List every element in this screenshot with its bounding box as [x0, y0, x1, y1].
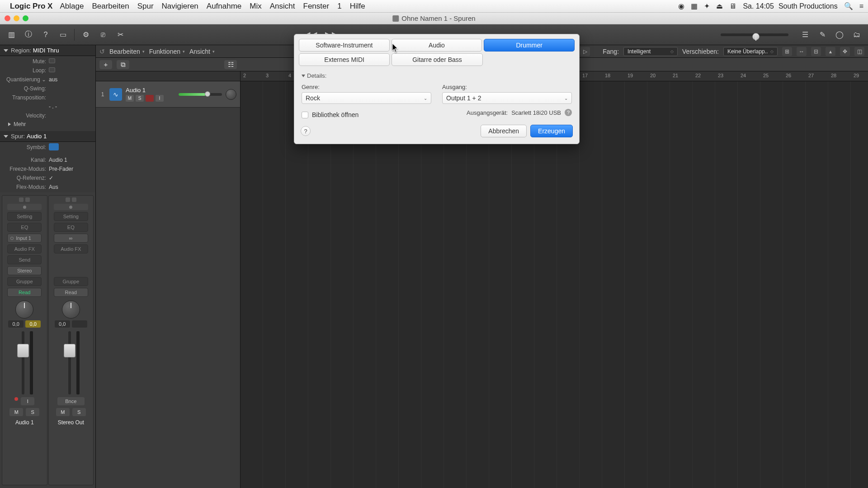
spotlight-icon[interactable]: 🔍 [844, 2, 853, 10]
pan-knob[interactable] [62, 300, 80, 319]
chstrip-state[interactable] [7, 204, 42, 210]
mute-toggle[interactable] [49, 58, 55, 63]
tool-marquee[interactable]: ✥ [840, 47, 850, 56]
menu-navigieren[interactable]: Navigieren [162, 2, 198, 11]
output-format[interactable]: Stereo [7, 266, 42, 275]
menu-mix[interactable]: Mix [250, 2, 261, 11]
track-header-row[interactable]: 1 ∿ Audio 1 M S I [96, 81, 240, 108]
track-mute[interactable]: M [126, 95, 134, 102]
track-input-monitor[interactable]: I [156, 95, 164, 102]
tracks-edit-menu[interactable]: Bearbeiten▾ [109, 48, 145, 55]
tracks-view-menu[interactable]: Ansicht▾ [189, 48, 215, 55]
region-header[interactable]: Region:MIDI Thru [0, 45, 95, 56]
zoom-v-icon[interactable]: ◫ [854, 47, 864, 56]
catch-icon[interactable]: ▷ [580, 47, 590, 56]
audiofx-slot[interactable]: Audio FX [7, 244, 42, 253]
pan-knob[interactable] [15, 300, 33, 319]
tab-external-midi[interactable]: Externes MIDI [299, 53, 390, 66]
quantize-value[interactable]: aus [49, 76, 57, 83]
track-record[interactable] [146, 95, 154, 102]
track-solo[interactable]: S [136, 95, 144, 102]
eq-button[interactable]: EQ [54, 223, 88, 232]
mute-button[interactable]: M [9, 408, 23, 416]
tab-software-instrument[interactable]: Software-Instrument [299, 39, 390, 52]
close-window-button[interactable] [5, 15, 10, 21]
drag-mode-select[interactable]: Keine Überlapp..◇ [723, 47, 778, 56]
solo-button[interactable]: S [26, 408, 39, 416]
automation-mode[interactable]: Read [7, 288, 42, 297]
cancel-button[interactable]: Abbrechen [481, 125, 527, 137]
mute-button[interactable]: M [56, 408, 70, 416]
volume-fader[interactable] [6, 331, 42, 394]
tab-drummer[interactable]: Drummer [484, 39, 575, 52]
track-header[interactable]: Spur:Audio 1 [0, 131, 95, 142]
menu-fenster[interactable]: Fenster [303, 2, 330, 11]
track-volume-slider[interactable] [179, 93, 222, 96]
setting-button[interactable]: Setting [7, 212, 42, 221]
solo-button[interactable]: S [72, 408, 86, 416]
library-button[interactable]: ▥ [4, 28, 19, 42]
inspector-button[interactable]: ⓘ [21, 28, 36, 42]
input-select[interactable]: Input 1 [7, 234, 42, 243]
menu-spur[interactable]: Spur [137, 2, 154, 11]
track-name[interactable]: Audio 1 [126, 87, 172, 94]
tab-guitar-bass[interactable]: Gitarre oder Bass [392, 53, 482, 66]
menu-bearbeiten[interactable]: Bearbeiten [92, 2, 129, 11]
menu-aufnahme[interactable]: Aufnahme [207, 2, 242, 11]
setting-button[interactable]: Setting [54, 212, 88, 221]
group-select[interactable]: Gruppe [54, 277, 88, 286]
snap-select[interactable]: Intelligent◇ [623, 47, 678, 56]
list-editors-button[interactable]: ☰ [797, 28, 813, 42]
master-volume-slider[interactable] [721, 33, 788, 36]
status-icon[interactable]: ✦ [704, 2, 710, 10]
flex-mode-value[interactable]: Aus [49, 184, 58, 190]
track-icon[interactable]: ∿ [109, 88, 122, 101]
status-icon[interactable]: ◉ [678, 2, 684, 10]
menu-ansicht[interactable]: Ansicht [270, 2, 295, 11]
tool-pointer[interactable]: ▴ [826, 47, 835, 56]
track-pan-knob[interactable] [226, 89, 236, 100]
tool-icon[interactable]: ↔ [797, 47, 807, 56]
status-icon[interactable]: ▦ [691, 2, 698, 10]
loop-browser-button[interactable]: ◯ [832, 28, 847, 42]
send-slot[interactable]: Send [7, 255, 42, 264]
input-monitor[interactable]: I [21, 397, 34, 405]
output-device-info-icon[interactable]: ? [565, 109, 572, 116]
output-select[interactable]: Output 1 + 2⌄ [442, 92, 572, 104]
smart-controls-button[interactable]: ⚙ [78, 28, 94, 42]
browser-button[interactable]: 🗂 [849, 28, 864, 42]
duplicate-track-button[interactable]: ⧉ [117, 60, 129, 69]
eq-button[interactable]: EQ [7, 223, 42, 232]
volume-fader[interactable] [53, 331, 89, 394]
menu-1[interactable]: 1 [337, 2, 341, 11]
link-button[interactable]: ∞ [54, 234, 88, 243]
group-select[interactable]: Gruppe [7, 277, 42, 286]
tool-icon[interactable]: ⊞ [782, 47, 792, 56]
status-icon[interactable]: ⏏ [716, 2, 723, 10]
display-icon[interactable]: 🖥 [729, 2, 736, 10]
chstrip-state[interactable] [54, 204, 88, 210]
help-button[interactable]: ? [301, 126, 311, 136]
editors-button[interactable]: ✂ [113, 28, 128, 42]
toolbar-button[interactable]: ▭ [55, 28, 71, 42]
quick-help-button[interactable]: ? [38, 28, 53, 42]
zoom-window-button[interactable] [23, 15, 28, 21]
automation-mode[interactable]: Read [54, 288, 88, 297]
details-disclosure[interactable]: Details: [294, 70, 579, 80]
tool-icon[interactable]: ⊟ [811, 47, 821, 56]
freeze-mode-value[interactable]: Pre-Fader [49, 166, 73, 172]
loop-toggle[interactable] [49, 67, 55, 72]
menu-ablage[interactable]: Ablage [60, 2, 84, 11]
audiofx-slot[interactable]: Audio FX [54, 244, 88, 253]
tracks-functions-menu[interactable]: Funktionen▾ [149, 48, 185, 55]
genre-select[interactable]: Rock⌄ [302, 92, 431, 104]
track-icon-chip[interactable] [49, 143, 59, 150]
notepad-button[interactable]: ✎ [815, 28, 830, 42]
app-name[interactable]: Logic Pro X [10, 2, 52, 11]
notification-center-icon[interactable]: ≡ [859, 2, 863, 10]
mixer-button[interactable]: ⎚ [95, 28, 111, 42]
menubar-clock[interactable]: Sa. 14:05 [743, 2, 774, 10]
tab-audio[interactable]: Audio [392, 39, 482, 52]
global-tracks-button[interactable]: ☷ [224, 60, 237, 69]
bounce-button[interactable]: Bnce [57, 397, 85, 405]
